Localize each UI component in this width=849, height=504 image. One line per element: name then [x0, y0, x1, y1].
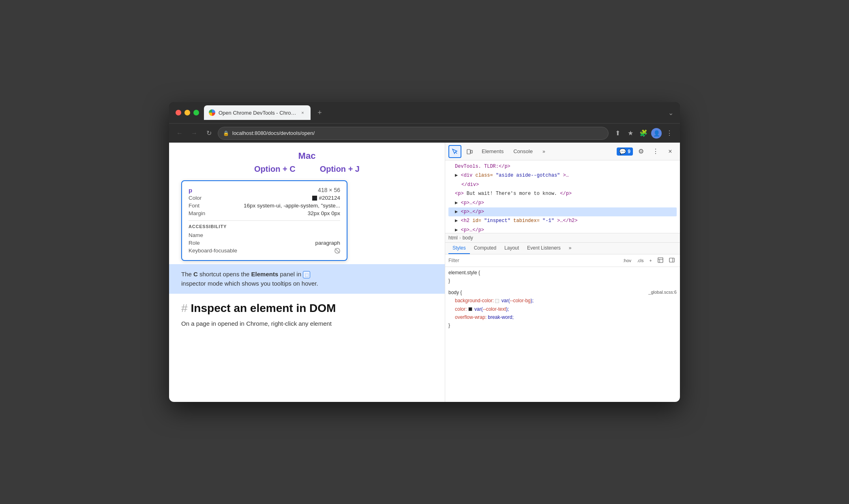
computed-style-icon[interactable] [656, 256, 665, 265]
more-tabs-button[interactable]: » [538, 145, 549, 158]
tooltip-font-row: Font 16px system-ui, -apple-system, "sys… [189, 202, 340, 209]
cls-filter-button[interactable]: .cls [635, 257, 646, 264]
more-styles-tabs[interactable]: » [565, 243, 576, 254]
tooltip-header: p 418 × 56 [189, 187, 340, 194]
element-style-rule: element.style { } [448, 269, 677, 285]
dom-line-selected[interactable]: ▶ <p>…</p> [448, 207, 677, 216]
main-area: Mac Option + C Option + J p 418 × 56 [169, 143, 680, 402]
notification-badge[interactable]: 💬 9 [617, 147, 633, 156]
event-listeners-tab[interactable]: Event Listeners [523, 243, 565, 254]
body-rule-header: body { _global.scss:6 [448, 288, 677, 297]
devtools-settings: 💬 9 ⚙ ⋮ × [617, 145, 677, 158]
console-tab[interactable]: Console [509, 145, 537, 158]
share-icon[interactable]: ⬆ [612, 128, 623, 139]
avatar: 👤 [651, 128, 662, 139]
body-text: On a page in opened in Chrome, right-cli… [181, 319, 433, 329]
address-input[interactable]: 🔒 localhost:8080/docs/devtools/open/ [218, 127, 609, 140]
dom-tree: DevTools. TLDR:</p> ▶ <div class= "aside… [445, 160, 680, 233]
add-style-button[interactable]: + [647, 257, 654, 264]
color-swatch [312, 196, 317, 201]
section-title: Inspect an element in DOM [191, 302, 336, 315]
body-rule-source: _global.scss:6 [648, 288, 677, 296]
dom-breadcrumb: html › body [445, 233, 680, 243]
minimize-button[interactable] [184, 110, 190, 115]
bookmark-icon[interactable]: ★ [625, 128, 636, 139]
body-selector: body { [448, 290, 462, 295]
property-bg-color: background-color: var(--color-bg); [448, 297, 677, 305]
color-label: Color [189, 195, 202, 201]
breadcrumb-separator: › [459, 235, 461, 241]
filter-input[interactable] [448, 258, 617, 263]
element-style-close: } [448, 277, 677, 285]
dom-line[interactable]: ▶ <p>…</p> [448, 226, 677, 233]
menu-icon[interactable]: ⋮ [664, 128, 675, 139]
active-tab[interactable]: Open Chrome DevTools - Chro… × [204, 105, 311, 120]
margin-label: Margin [189, 210, 205, 216]
styles-tabs: Styles Computed Layout Event Listeners » [445, 243, 680, 254]
dom-line[interactable]: ▶ <p>…</p> [448, 199, 677, 207]
notification-count: 9 [628, 149, 630, 154]
profile-icon[interactable]: 👤 [651, 128, 662, 139]
shortcut-row: Option + C Option + J [181, 164, 433, 174]
dom-line[interactable]: ▶ <div class= "aside aside--gotchas" >… [448, 171, 677, 180]
computed-tab[interactable]: Computed [470, 243, 500, 254]
hov-filter-button[interactable]: :hov [621, 257, 633, 264]
bg-color-swatch [495, 299, 499, 303]
font-value: 16px system-ui, -apple-system, "syste... [244, 203, 340, 209]
tab-menu-button[interactable]: ⌄ [668, 109, 673, 117]
breadcrumb-body[interactable]: body [463, 235, 473, 241]
close-devtools-button[interactable]: × [664, 145, 677, 158]
dom-line[interactable]: DevTools. TLDR:</p> [448, 162, 677, 171]
devtools-toolbar: Elements Console » 💬 9 ⚙ ⋮ × [445, 143, 680, 160]
sidebar-icon[interactable] [667, 256, 677, 265]
tab-title: Open Chrome DevTools - Chro… [219, 110, 296, 116]
no-circle-icon [334, 248, 340, 254]
shortcut-mac-label: Mac [181, 151, 433, 161]
elements-tab[interactable]: Elements [478, 145, 508, 158]
tooltip-divider [189, 220, 340, 221]
section-heading: # Inspect an element in DOM [181, 302, 433, 315]
dom-line[interactable]: ▶ <h2 id= "inspect" tabindex= "-1" >…</h… [448, 216, 677, 225]
tooltip-keyboard-row: Keyboard-focusable [189, 247, 340, 254]
layout-tab[interactable]: Layout [500, 243, 523, 254]
styles-tab[interactable]: Styles [448, 243, 470, 254]
styles-content: element.style { } body { _global.scss:6 … [445, 267, 680, 335]
styles-filter-bar: :hov .cls + [445, 254, 680, 267]
tooltip-name-row: Name [189, 231, 340, 239]
more-options-button[interactable]: ⋮ [649, 145, 662, 158]
tooltip-tag: p [189, 187, 192, 194]
back-button[interactable]: ← [174, 128, 185, 139]
refresh-button[interactable]: ↻ [203, 128, 214, 139]
svg-rect-0 [467, 149, 470, 154]
extension-icon[interactable]: 🧩 [638, 128, 649, 139]
device-mode-button[interactable] [463, 145, 476, 158]
dom-line[interactable]: </div> [448, 180, 677, 189]
maximize-button[interactable] [193, 110, 199, 115]
dom-line[interactable]: <p> But wait! There's more to know. </p> [448, 189, 677, 198]
highlight-text: The C shortcut opens the Elements panel … [181, 270, 433, 288]
settings-button[interactable]: ⚙ [635, 145, 647, 158]
forward-button[interactable]: → [189, 128, 200, 139]
tooltip-margin-row: Margin 32px 0px 0px [189, 209, 340, 217]
inspect-element-button[interactable] [448, 145, 461, 158]
address-bar: ← → ↻ 🔒 localhost:8080/docs/devtools/ope… [169, 123, 680, 143]
element-tooltip: p 418 × 56 Color #202124 Font 16px syste… [181, 180, 347, 261]
breadcrumb-html[interactable]: html [448, 235, 458, 241]
property-overflow-wrap: overflow-wrap: break-word; [448, 313, 677, 321]
new-tab-button[interactable]: + [314, 107, 325, 118]
url-text: localhost:8080/docs/devtools/open/ [232, 130, 315, 136]
svg-rect-2 [658, 258, 663, 263]
shortcut-j: Option + J [320, 164, 360, 174]
close-button[interactable] [176, 110, 181, 115]
body-style-rule: body { _global.scss:6 background-color: … [448, 288, 677, 330]
name-label: Name [189, 232, 203, 238]
tab-close-button[interactable]: × [299, 109, 306, 116]
svg-rect-1 [471, 150, 472, 153]
title-bar: Open Chrome DevTools - Chro… × + ⌄ [169, 102, 680, 123]
svg-rect-5 [669, 258, 674, 262]
selected-highlight: The C shortcut opens the Elements panel … [169, 264, 445, 294]
element-style-selector: element.style { [448, 269, 677, 277]
tab-bar: Open Chrome DevTools - Chro… × + ⌄ [204, 105, 673, 120]
body-rule-close: } [448, 321, 677, 329]
toolbar-icons: ⬆ ★ 🧩 👤 ⋮ [612, 128, 675, 139]
